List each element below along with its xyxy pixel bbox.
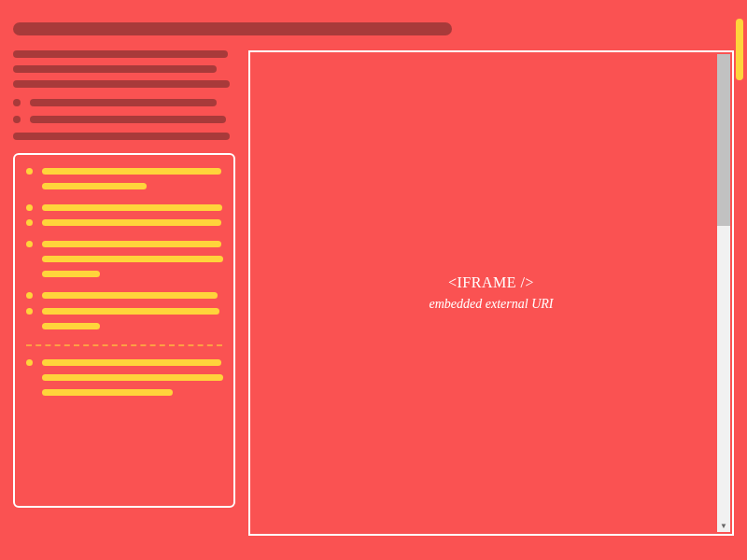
sidebar bbox=[13, 50, 235, 536]
highlight-box bbox=[13, 153, 235, 508]
text-line bbox=[30, 99, 217, 106]
text-line bbox=[42, 308, 219, 315]
list-item bbox=[13, 99, 235, 106]
text-line bbox=[42, 256, 223, 262]
bullet-icon bbox=[26, 219, 33, 226]
text-line bbox=[13, 50, 228, 58]
list-item[interactable] bbox=[26, 168, 222, 175]
list-item[interactable] bbox=[26, 308, 222, 315]
text-line bbox=[42, 374, 223, 381]
list-item[interactable] bbox=[26, 359, 222, 366]
main-layout: <IFRAME /> embedded external URI ▲ ▼ bbox=[0, 35, 747, 536]
list-group bbox=[26, 241, 222, 277]
bullet-icon bbox=[26, 308, 33, 315]
list-group bbox=[26, 359, 222, 396]
text-line bbox=[42, 183, 147, 189]
text-line bbox=[42, 219, 221, 226]
iframe-scrollbar[interactable]: ▲ ▼ bbox=[717, 54, 730, 532]
list-item bbox=[13, 116, 235, 123]
bullet-icon bbox=[13, 99, 21, 106]
divider bbox=[26, 344, 222, 346]
list-group bbox=[26, 308, 222, 329]
list-group bbox=[26, 292, 222, 299]
bullet-icon bbox=[26, 241, 33, 247]
text-line bbox=[42, 359, 221, 366]
text-line bbox=[42, 204, 222, 211]
bullet-icon bbox=[26, 168, 33, 175]
page-scrollbar-thumb[interactable] bbox=[736, 19, 743, 80]
bullet-icon bbox=[26, 292, 33, 299]
text-line bbox=[13, 80, 230, 88]
list-item[interactable] bbox=[26, 292, 222, 299]
list-item[interactable] bbox=[26, 219, 222, 226]
text-line bbox=[42, 389, 173, 396]
bullet-icon bbox=[26, 359, 33, 366]
scroll-down-icon[interactable]: ▼ bbox=[717, 519, 730, 532]
list-group bbox=[26, 204, 222, 226]
text-line bbox=[13, 133, 230, 140]
text-line bbox=[13, 65, 217, 73]
list-group bbox=[26, 168, 222, 189]
text-line bbox=[42, 271, 100, 277]
iframe-embed[interactable]: <IFRAME /> embedded external URI ▲ ▼ bbox=[248, 50, 734, 536]
text-line bbox=[42, 323, 100, 329]
text-line bbox=[42, 168, 221, 175]
iframe-label: <IFRAME /> bbox=[448, 274, 534, 291]
list-item[interactable] bbox=[26, 204, 222, 211]
list-item[interactable] bbox=[26, 241, 222, 247]
intro-paragraph bbox=[13, 50, 235, 88]
iframe-sublabel: embedded external URI bbox=[430, 297, 554, 312]
scrollbar-thumb[interactable] bbox=[717, 54, 730, 226]
text-line bbox=[42, 241, 221, 247]
page-title-bar bbox=[13, 22, 452, 35]
bullet-icon bbox=[26, 204, 33, 211]
text-line bbox=[30, 116, 226, 123]
text-line bbox=[42, 292, 218, 299]
bullet-icon bbox=[13, 116, 21, 123]
